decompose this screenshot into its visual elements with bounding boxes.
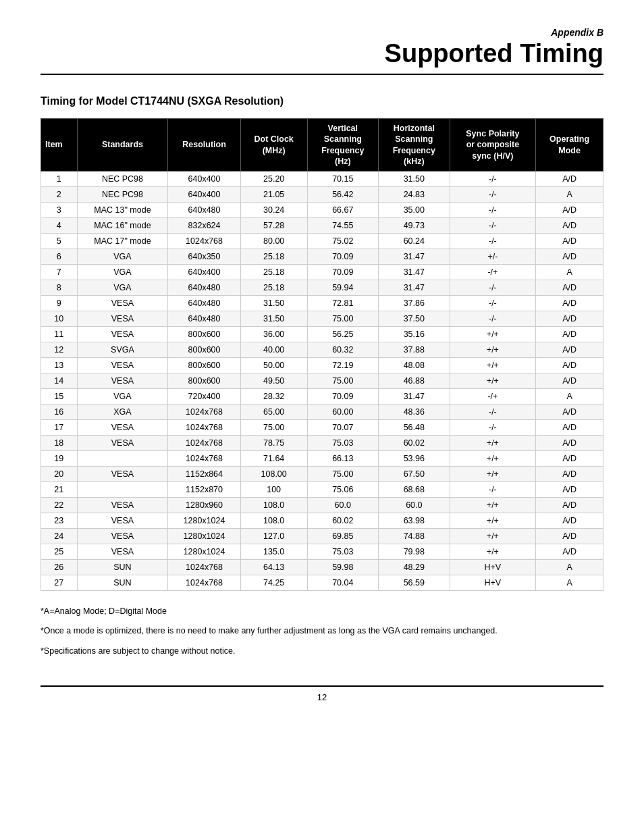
table-cell: 70.04 bbox=[307, 575, 379, 591]
table-cell: 25.18 bbox=[240, 280, 307, 296]
table-cell: 60.0 bbox=[379, 498, 450, 513]
timing-table: Item Standards Resolution Dot Clock(MHz)… bbox=[41, 118, 603, 591]
table-cell: VESA bbox=[77, 327, 168, 342]
table-cell: 60.02 bbox=[307, 513, 379, 529]
appendix-label: Appendix B bbox=[41, 27, 603, 38]
table-cell: 7 bbox=[41, 265, 78, 280]
table-cell: H+V bbox=[450, 575, 536, 591]
col-header-horizontal: HorizontalScanningFrequency(kHz) bbox=[379, 119, 450, 172]
table-cell: 720x400 bbox=[168, 389, 240, 405]
table-cell: 56.42 bbox=[307, 187, 379, 203]
table-cell: A/D bbox=[536, 296, 603, 311]
table-cell: 49.73 bbox=[379, 218, 450, 234]
table-cell: 25.18 bbox=[240, 265, 307, 280]
table-cell bbox=[77, 451, 168, 467]
table-cell: XGA bbox=[77, 405, 168, 420]
col-header-dotclock: Dot Clock(MHz) bbox=[240, 119, 307, 172]
table-row: 2NEC PC98640x40021.0556.4224.83-/-A bbox=[41, 187, 603, 203]
table-cell: +/+ bbox=[450, 358, 536, 373]
table-cell: VESA bbox=[77, 296, 168, 311]
table-cell: 80.00 bbox=[240, 234, 307, 249]
table-cell: 75.03 bbox=[307, 436, 379, 451]
table-cell: +/+ bbox=[450, 451, 536, 467]
table-cell: VESA bbox=[77, 436, 168, 451]
table-row: 27SUN1024x76874.2570.0456.59H+VA bbox=[41, 575, 603, 591]
table-cell: 74.25 bbox=[240, 575, 307, 591]
table-cell: +/+ bbox=[450, 373, 536, 389]
table-row: 6VGA640x35025.1870.0931.47+/-A/D bbox=[41, 249, 603, 265]
col-header-vertical: VerticalScanningFrequency(Hz) bbox=[307, 119, 379, 172]
table-cell: A/D bbox=[536, 234, 603, 249]
table-cell: 1024x768 bbox=[168, 560, 240, 575]
table-cell: 14 bbox=[41, 373, 78, 389]
table-cell: 60.00 bbox=[307, 405, 379, 420]
table-cell: -/- bbox=[450, 218, 536, 234]
table-cell: 66.67 bbox=[307, 203, 379, 218]
table-row: 12SVGA800x60040.0060.3237.88+/+A/D bbox=[41, 342, 603, 358]
table-row: 9VESA640x48031.5072.8137.86-/-A/D bbox=[41, 296, 603, 311]
table-cell: 69.85 bbox=[307, 529, 379, 544]
table-row: 18VESA1024x76878.7575.0360.02+/+A/D bbox=[41, 436, 603, 451]
table-cell: A/D bbox=[536, 172, 603, 187]
col-header-item: Item bbox=[41, 119, 78, 172]
table-cell: 53.96 bbox=[379, 451, 450, 467]
table-cell: 70.09 bbox=[307, 265, 379, 280]
table-cell: A/D bbox=[536, 529, 603, 544]
table-cell: 48.36 bbox=[379, 405, 450, 420]
table-cell: 1152x870 bbox=[168, 482, 240, 498]
table-cell: -/- bbox=[450, 203, 536, 218]
table-row: 20VESA1152x864108.0075.0067.50+/+A/D bbox=[41, 467, 603, 482]
table-cell: 75.00 bbox=[307, 311, 379, 327]
table-cell: VGA bbox=[77, 280, 168, 296]
footnote-3: *Specifications are subject to change wi… bbox=[41, 644, 603, 658]
table-cell: VESA bbox=[77, 373, 168, 389]
table-cell: 75.03 bbox=[307, 544, 379, 560]
table-cell: MAC 17" mode bbox=[77, 234, 168, 249]
table-cell: 15 bbox=[41, 389, 78, 405]
table-row: 7VGA640x40025.1870.0931.47-/+A bbox=[41, 265, 603, 280]
col-header-operating: OperatingMode bbox=[536, 119, 603, 172]
table-cell: 1024x768 bbox=[168, 575, 240, 591]
table-cell: SUN bbox=[77, 560, 168, 575]
table-cell: 26 bbox=[41, 560, 78, 575]
table-cell: 24.83 bbox=[379, 187, 450, 203]
table-cell: +/+ bbox=[450, 436, 536, 451]
table-cell: A/D bbox=[536, 342, 603, 358]
table-cell: A/D bbox=[536, 203, 603, 218]
section-title: Timing for Model CT1744NU (SXGA Resoluti… bbox=[41, 95, 603, 107]
table-cell: A/D bbox=[536, 482, 603, 498]
table-cell: 79.98 bbox=[379, 544, 450, 560]
table-cell: 56.59 bbox=[379, 575, 450, 591]
table-cell: VESA bbox=[77, 420, 168, 436]
table-cell: -/- bbox=[450, 482, 536, 498]
table-cell: 640x480 bbox=[168, 296, 240, 311]
table-cell: 60.24 bbox=[379, 234, 450, 249]
table-cell: 49.50 bbox=[240, 373, 307, 389]
table-cell: 11 bbox=[41, 327, 78, 342]
table-cell: A bbox=[536, 265, 603, 280]
table-cell: 1152x864 bbox=[168, 467, 240, 482]
table-cell: 8 bbox=[41, 280, 78, 296]
table-row: 25VESA1280x1024135.075.0379.98+/+A/D bbox=[41, 544, 603, 560]
table-cell: 31.50 bbox=[379, 172, 450, 187]
table-cell: 108.00 bbox=[240, 467, 307, 482]
table-cell: A bbox=[536, 389, 603, 405]
table-cell: 64.13 bbox=[240, 560, 307, 575]
table-cell: 24 bbox=[41, 529, 78, 544]
table-cell: MAC 13" mode bbox=[77, 203, 168, 218]
table-cell: 31.47 bbox=[379, 249, 450, 265]
table-cell: 37.88 bbox=[379, 342, 450, 358]
table-cell: 75.06 bbox=[307, 482, 379, 498]
table-cell: 56.48 bbox=[379, 420, 450, 436]
table-cell: VGA bbox=[77, 265, 168, 280]
footnotes: *A=Analog Mode; D=Digital Mode *Once a m… bbox=[41, 604, 603, 658]
table-cell: A bbox=[536, 560, 603, 575]
table-cell: 800x600 bbox=[168, 373, 240, 389]
table-cell: 2 bbox=[41, 187, 78, 203]
table-cell: 640x480 bbox=[168, 280, 240, 296]
table-cell: 50.00 bbox=[240, 358, 307, 373]
table-cell: 1280x1024 bbox=[168, 544, 240, 560]
table-cell: 16 bbox=[41, 405, 78, 420]
table-cell: -/- bbox=[450, 420, 536, 436]
table-cell: 70.07 bbox=[307, 420, 379, 436]
